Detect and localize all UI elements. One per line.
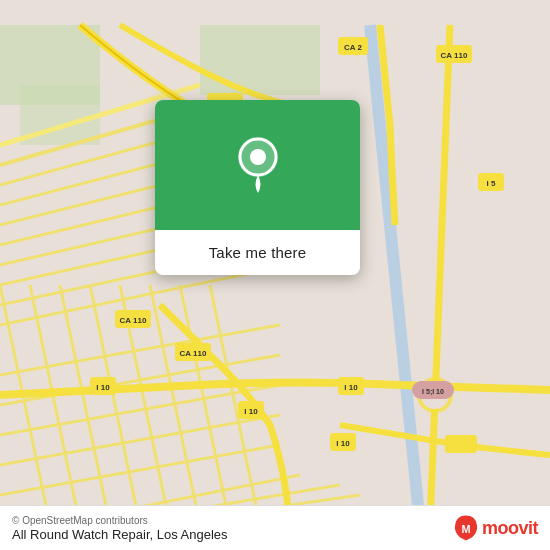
svg-text:I 5;I 10: I 5;I 10	[422, 388, 444, 396]
svg-text:I 10: I 10	[244, 407, 258, 416]
moovit-icon: M	[452, 514, 480, 542]
location-name: All Round Watch Repair, Los Angeles	[12, 527, 228, 542]
svg-text:I 10: I 10	[96, 383, 110, 392]
popup-button-area[interactable]: Take me there	[155, 230, 360, 275]
popup-card: Take me there	[155, 100, 360, 275]
svg-point-58	[250, 149, 266, 165]
copyright-text: © OpenStreetMap contributors	[12, 515, 228, 526]
svg-rect-3	[200, 25, 320, 95]
svg-text:CA 2: CA 2	[344, 43, 362, 52]
svg-text:CA 110: CA 110	[120, 316, 147, 325]
svg-text:CA 110: CA 110	[441, 51, 468, 60]
map-container: US 101 CA 2 CA 110 I 10 CA 110 CA 110 I …	[0, 0, 550, 550]
svg-text:I 10: I 10	[336, 439, 350, 448]
moovit-text: moovit	[482, 518, 538, 539]
svg-text:CA 110: CA 110	[180, 349, 207, 358]
location-pin-icon	[233, 135, 283, 195]
popup-green-area	[155, 100, 360, 230]
take-me-there-button[interactable]: Take me there	[209, 244, 307, 261]
svg-text:M: M	[461, 523, 470, 535]
svg-rect-32	[445, 435, 477, 453]
svg-text:I 10: I 10	[344, 383, 358, 392]
svg-text:I 5: I 5	[487, 179, 496, 188]
bottom-left-info: © OpenStreetMap contributors All Round W…	[12, 515, 228, 542]
bottom-bar: © OpenStreetMap contributors All Round W…	[0, 505, 550, 550]
moovit-logo: M moovit	[452, 514, 538, 542]
map-background: US 101 CA 2 CA 110 I 10 CA 110 CA 110 I …	[0, 0, 550, 550]
